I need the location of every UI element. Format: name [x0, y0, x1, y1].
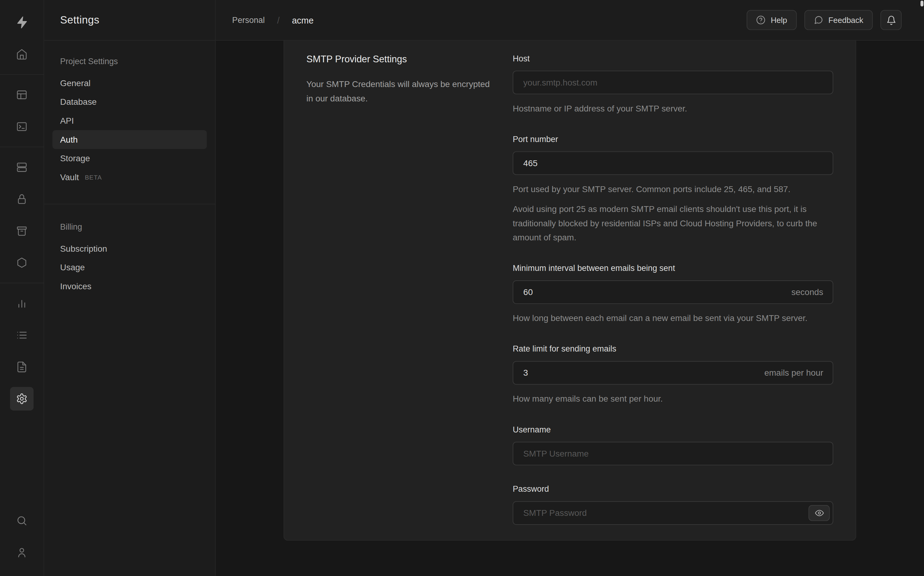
- port-note: Avoid using port 25 as modern SMTP email…: [513, 202, 833, 245]
- sidebar-divider: [44, 204, 215, 204]
- help-button[interactable]: Help: [746, 10, 796, 30]
- feedback-button[interactable]: Feedback: [804, 10, 873, 30]
- sidebar-item-storage[interactable]: Storage: [53, 149, 207, 168]
- sidebar-item-label: Usage: [60, 262, 85, 272]
- icon-rail: [0, 0, 44, 576]
- sidebar-item-subscription[interactable]: Subscription: [53, 239, 207, 258]
- feedback-bubble-icon: [814, 15, 823, 25]
- sidebar-item-database[interactable]: Database: [53, 93, 207, 112]
- sidebar-item-usage[interactable]: Usage: [53, 258, 207, 277]
- panel-description: Your SMTP Credentials will always be enc…: [306, 77, 492, 106]
- top-bar: Personal / acme Help Feedback: [216, 0, 924, 41]
- sidebar-item-label: Subscription: [60, 244, 107, 253]
- field-password: Password: [513, 483, 833, 525]
- help-button-label: Help: [770, 16, 787, 24]
- rail-divider: [0, 283, 44, 283]
- help-circle-icon: [756, 15, 765, 25]
- port-help: Port used by your SMTP server. Common po…: [513, 182, 833, 196]
- username-label: Username: [513, 424, 833, 435]
- reveal-password-button[interactable]: [809, 505, 830, 521]
- sidebar-item-api[interactable]: API: [53, 112, 207, 130]
- host-help: Hostname or IP address of your SMTP serv…: [513, 101, 833, 115]
- rate-limit-label: Rate limit for sending emails: [513, 343, 833, 355]
- field-minimum-interval: Minimum interval between emails being se…: [513, 262, 833, 325]
- sidebar-item-label: General: [60, 78, 91, 88]
- page-title: Settings: [60, 14, 99, 26]
- user-icon[interactable]: [10, 541, 34, 564]
- reports-icon[interactable]: [10, 292, 34, 315]
- settings-sidebar: Settings Project Settings General Databa…: [44, 0, 216, 576]
- topbar-actions: Help Feedback: [746, 10, 902, 30]
- field-rate-limit: Rate limit for sending emails emails per…: [513, 343, 833, 406]
- section-label-project-settings: Project Settings: [44, 56, 215, 66]
- interval-help: How long between each email can a new em…: [513, 311, 833, 325]
- bell-icon: [886, 15, 896, 25]
- interval-input[interactable]: [513, 280, 833, 304]
- panel-description-column: SMTP Provider Settings Your SMTP Credent…: [306, 53, 513, 525]
- sidebar-item-label: API: [60, 116, 74, 125]
- username-input[interactable]: [513, 442, 833, 465]
- logs-icon[interactable]: [10, 323, 34, 347]
- table-editor-icon[interactable]: [10, 83, 34, 107]
- breadcrumb-org[interactable]: Personal: [232, 15, 265, 25]
- password-input[interactable]: [513, 501, 833, 525]
- settings-icon[interactable]: [10, 387, 34, 410]
- field-port: Port number Port used by your SMTP serve…: [513, 133, 833, 245]
- breadcrumb-project[interactable]: acme: [292, 15, 314, 25]
- storage-icon[interactable]: [10, 219, 34, 243]
- app-window: Settings Project Settings General Databa…: [0, 0, 924, 576]
- sidebar-item-label: Auth: [60, 135, 78, 144]
- panel-title: SMTP Provider Settings: [306, 53, 492, 67]
- main-area: Personal / acme Help Feedback: [216, 0, 924, 576]
- section-label-billing: Billing: [44, 222, 215, 232]
- rail-divider: [0, 74, 44, 75]
- authentication-icon[interactable]: [10, 187, 34, 211]
- host-label: Host: [513, 53, 833, 64]
- scrollbar-thumb[interactable]: [920, 1, 923, 6]
- smtp-form: Host Hostname or IP address of your SMTP…: [513, 53, 833, 525]
- sidebar-item-auth[interactable]: Auth: [53, 130, 207, 149]
- field-host: Host Hostname or IP address of your SMTP…: [513, 53, 833, 115]
- settings-nav: Project Settings General Database API Au…: [44, 41, 215, 296]
- rate-limit-input[interactable]: [513, 361, 833, 384]
- smtp-settings-panel: SMTP Provider Settings Your SMTP Credent…: [283, 41, 857, 541]
- host-input[interactable]: [513, 70, 833, 94]
- eye-icon: [815, 509, 823, 517]
- port-label: Port number: [513, 133, 833, 145]
- database-icon[interactable]: [10, 155, 34, 179]
- sidebar-header: Settings: [44, 0, 215, 41]
- sidebar-item-vault[interactable]: Vault BETA: [53, 168, 207, 187]
- edge-functions-icon[interactable]: [10, 251, 34, 275]
- rail-divider: [0, 147, 44, 147]
- field-username: Username: [513, 424, 833, 466]
- sql-editor-icon[interactable]: [10, 115, 34, 138]
- sidebar-item-label: Vault: [60, 173, 79, 182]
- viewport: Settings Project Settings General Databa…: [0, 0, 924, 576]
- beta-badge: BETA: [85, 174, 102, 181]
- breadcrumb-separator: /: [277, 15, 280, 25]
- port-input[interactable]: [513, 152, 833, 175]
- sidebar-item-general[interactable]: General: [53, 74, 207, 93]
- sidebar-item-label: Database: [60, 97, 97, 107]
- home-icon[interactable]: [10, 42, 34, 66]
- feedback-button-label: Feedback: [828, 16, 863, 24]
- sidebar-item-label: Storage: [60, 154, 90, 163]
- supabase-logo-icon[interactable]: [10, 11, 34, 34]
- sidebar-item-label: Invoices: [60, 282, 92, 291]
- content-area: SMTP Provider Settings Your SMTP Credent…: [216, 41, 924, 576]
- sidebar-item-invoices[interactable]: Invoices: [53, 277, 207, 296]
- search-icon[interactable]: [10, 509, 34, 532]
- password-label: Password: [513, 483, 833, 495]
- rate-limit-help: How many emails can be sent per hour.: [513, 392, 833, 406]
- interval-label: Minimum interval between emails being se…: [513, 262, 833, 274]
- notifications-button[interactable]: [880, 10, 902, 30]
- api-docs-icon[interactable]: [10, 355, 34, 379]
